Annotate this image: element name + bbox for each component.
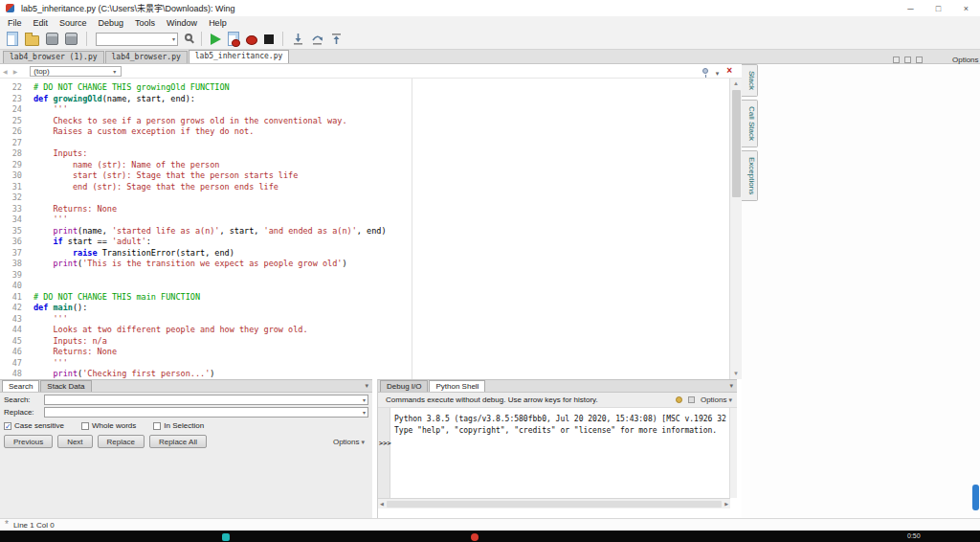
previous-button[interactable]: Previous — [4, 435, 53, 448]
toolbar-search-input[interactable] — [97, 34, 164, 44]
menu-tools[interactable]: Tools — [129, 18, 161, 28]
tab-search[interactable]: Search — [2, 380, 39, 392]
layout-square-icon[interactable] — [893, 56, 900, 63]
editor-tab-lab5-inheritance-py[interactable]: lab5_inheritance.py — [189, 50, 290, 63]
shell-vertical-scrollbar[interactable] — [729, 408, 737, 498]
code-segment: 'This is the transition we expect as peo… — [82, 259, 342, 268]
right-panel-options[interactable]: Options — [952, 56, 980, 64]
checkbox-in-selection[interactable]: In Selection — [153, 421, 204, 430]
nav-forward-icon[interactable] — [11, 68, 21, 75]
editor-tab-lab4-browser-py[interactable]: lab4_browser.py — [105, 51, 188, 63]
line-number: 24 — [0, 104, 22, 116]
maximize-button[interactable]: □ — [924, 0, 952, 16]
status-bar: Line 1 Col 0 — [0, 518, 980, 531]
chevron-down-icon[interactable] — [716, 62, 720, 79]
shell-prompt: >>> — [379, 439, 391, 448]
tab-stack-data[interactable]: Stack Data — [40, 380, 91, 392]
run-button[interactable] — [211, 34, 221, 45]
code-editor[interactable]: 2223242526272829303132333435363738394041… — [0, 79, 729, 379]
scope-dropdown[interactable]: (top) — [30, 66, 122, 77]
open-folder-icon[interactable] — [25, 35, 39, 46]
new-file-icon[interactable] — [7, 32, 18, 46]
menu-source[interactable]: Source — [54, 18, 93, 28]
layout-square-icon[interactable] — [916, 56, 923, 63]
save-all-icon[interactable] — [65, 33, 78, 45]
menu-debug[interactable]: Debug — [93, 18, 130, 28]
gear-icon[interactable] — [5, 520, 9, 530]
stop-icon[interactable] — [264, 34, 274, 44]
shell-body[interactable]: Python 3.8.5 (tags/v3.8.5:580fbb0, Jul 2… — [378, 408, 737, 508]
shell-horizontal-scrollbar[interactable] — [378, 498, 730, 508]
chevron-down-icon[interactable] — [170, 35, 177, 42]
tab-call-stack[interactable]: Call Stack — [742, 100, 758, 147]
code-segment: Returns: None — [33, 347, 117, 356]
checkbox-label: In Selection — [164, 421, 204, 430]
search-combo[interactable] — [44, 395, 368, 405]
menu-window[interactable]: Window — [161, 18, 203, 28]
tab-debug-io[interactable]: Debug I/O — [380, 380, 428, 392]
menu-help[interactable]: Help — [203, 18, 233, 28]
windows-taskbar[interactable] — [0, 531, 980, 542]
code-segment: Checks to see if a person grows old in t… — [33, 116, 347, 125]
editor-vertical-scrollbar[interactable] — [729, 79, 742, 379]
tab-exceptions[interactable]: Exceptions — [742, 150, 758, 201]
checkbox-icon[interactable] — [153, 422, 161, 430]
taskbar-app-icon[interactable] — [471, 533, 479, 541]
search-options[interactable]: Options — [333, 438, 368, 446]
replace-input[interactable] — [45, 408, 361, 417]
replace-all-button[interactable]: Replace All — [149, 435, 207, 448]
checkbox-whole-words[interactable]: Whole words — [81, 421, 136, 430]
code-segment: def — [33, 303, 53, 312]
chevron-down-icon[interactable] — [729, 374, 737, 392]
close-editor-icon[interactable] — [726, 66, 732, 76]
editor-tab-lab4-browser-1-py[interactable]: lab4_browser (1).py — [3, 51, 104, 63]
menu-icon[interactable] — [688, 396, 695, 403]
step-over-icon[interactable] — [311, 33, 323, 45]
chevron-down-icon[interactable] — [361, 409, 368, 416]
code-segment — [33, 369, 53, 378]
menu-edit[interactable]: Edit — [28, 18, 55, 28]
save-icon[interactable] — [46, 33, 58, 45]
search-input[interactable] — [45, 395, 361, 404]
tab-python-shell[interactable]: Python Shell — [429, 380, 485, 392]
replace-label: Replace: — [4, 408, 44, 417]
chevron-down-icon[interactable] — [365, 374, 372, 392]
checkbox-icon[interactable] — [81, 422, 89, 430]
replace-combo[interactable] — [44, 407, 368, 418]
layout-square-icon[interactable] — [904, 56, 911, 63]
next-button[interactable]: Next — [57, 435, 92, 448]
checkbox-checked-icon[interactable]: ✓ — [4, 422, 11, 430]
scroll-left-icon[interactable] — [380, 501, 384, 507]
minimize-button[interactable]: ─ — [897, 0, 924, 16]
code-segment: , end) — [357, 226, 387, 236]
shell-options[interactable]: Options — [701, 395, 732, 404]
star-icon[interactable] — [676, 396, 682, 403]
code-area[interactable]: # DO NOT CHANGE THIS growingOld FUNCTION… — [33, 82, 729, 379]
code-line: def growingOld(name, start, end): — [33, 94, 729, 105]
debug-bug-icon[interactable] — [246, 35, 257, 45]
taskbar-app-icon[interactable] — [222, 533, 230, 541]
search-icon[interactable] — [185, 34, 192, 41]
scrollbar-thumb[interactable] — [732, 90, 741, 197]
scope-value: (top) — [33, 67, 49, 76]
chevron-down-icon[interactable] — [361, 396, 368, 403]
scrollbar-thumb[interactable] — [387, 501, 722, 508]
step-out-icon[interactable] — [330, 33, 343, 45]
scroll-up-icon[interactable] — [730, 79, 742, 89]
checkbox-case-sensitive[interactable]: ✓Case sensitive — [4, 421, 64, 430]
menu-file[interactable]: File — [2, 18, 28, 28]
close-button[interactable]: × — [952, 0, 980, 16]
line-number: 47 — [0, 358, 22, 370]
replace-button[interactable]: Replace — [98, 435, 145, 448]
toolbar-search-combo[interactable] — [96, 33, 178, 46]
debug-file-icon[interactable] — [228, 32, 239, 46]
tab-stack[interactable]: Stack — [742, 64, 758, 97]
line-number: 30 — [0, 170, 22, 182]
line-number: 29 — [0, 160, 22, 171]
step-into-icon[interactable] — [292, 33, 304, 45]
code-line: # DO NOT CHANGE THIS main FUNCTION — [33, 292, 729, 304]
scroll-right-icon[interactable] — [724, 501, 728, 507]
pin-icon[interactable] — [702, 68, 708, 74]
code-segment: def — [33, 94, 53, 103]
nav-back-icon[interactable] — [0, 68, 11, 75]
